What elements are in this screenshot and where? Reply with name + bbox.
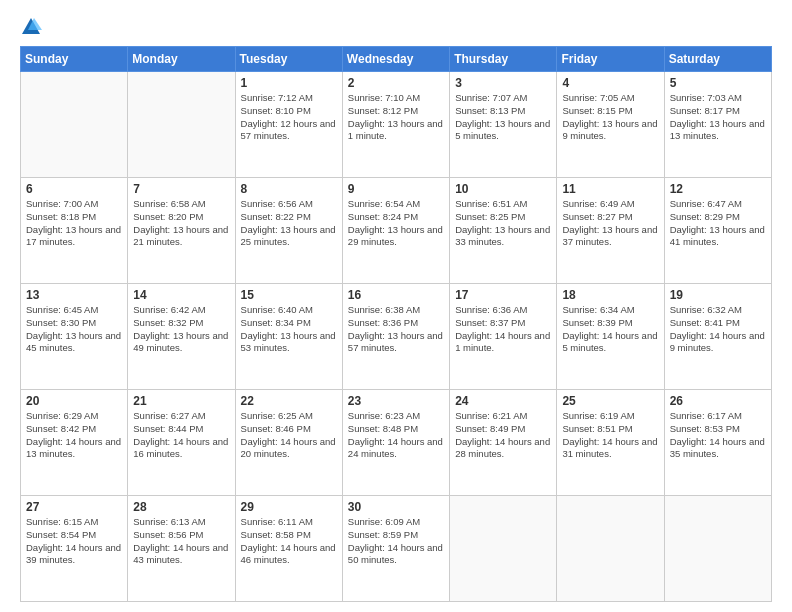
calendar-cell: 10Sunrise: 6:51 AM Sunset: 8:25 PM Dayli… (450, 178, 557, 284)
day-info: Sunrise: 6:15 AM Sunset: 8:54 PM Dayligh… (26, 516, 122, 567)
calendar-cell: 2Sunrise: 7:10 AM Sunset: 8:12 PM Daylig… (342, 72, 449, 178)
calendar-cell (128, 72, 235, 178)
day-info: Sunrise: 7:10 AM Sunset: 8:12 PM Dayligh… (348, 92, 444, 143)
day-number: 19 (670, 288, 766, 302)
day-number: 7 (133, 182, 229, 196)
weekday-header: Monday (128, 47, 235, 72)
day-info: Sunrise: 6:45 AM Sunset: 8:30 PM Dayligh… (26, 304, 122, 355)
calendar-cell: 28Sunrise: 6:13 AM Sunset: 8:56 PM Dayli… (128, 496, 235, 602)
day-info: Sunrise: 6:54 AM Sunset: 8:24 PM Dayligh… (348, 198, 444, 249)
day-info: Sunrise: 7:12 AM Sunset: 8:10 PM Dayligh… (241, 92, 337, 143)
day-number: 17 (455, 288, 551, 302)
logo-icon (20, 16, 42, 38)
calendar-cell: 22Sunrise: 6:25 AM Sunset: 8:46 PM Dayli… (235, 390, 342, 496)
day-info: Sunrise: 6:32 AM Sunset: 8:41 PM Dayligh… (670, 304, 766, 355)
weekday-header: Saturday (664, 47, 771, 72)
day-number: 25 (562, 394, 658, 408)
weekday-row: SundayMondayTuesdayWednesdayThursdayFrid… (21, 47, 772, 72)
day-info: Sunrise: 6:34 AM Sunset: 8:39 PM Dayligh… (562, 304, 658, 355)
calendar-cell: 15Sunrise: 6:40 AM Sunset: 8:34 PM Dayli… (235, 284, 342, 390)
day-number: 18 (562, 288, 658, 302)
calendar-cell: 26Sunrise: 6:17 AM Sunset: 8:53 PM Dayli… (664, 390, 771, 496)
calendar-cell: 19Sunrise: 6:32 AM Sunset: 8:41 PM Dayli… (664, 284, 771, 390)
day-info: Sunrise: 6:19 AM Sunset: 8:51 PM Dayligh… (562, 410, 658, 461)
day-info: Sunrise: 6:40 AM Sunset: 8:34 PM Dayligh… (241, 304, 337, 355)
day-info: Sunrise: 6:49 AM Sunset: 8:27 PM Dayligh… (562, 198, 658, 249)
day-info: Sunrise: 6:23 AM Sunset: 8:48 PM Dayligh… (348, 410, 444, 461)
day-number: 6 (26, 182, 122, 196)
day-info: Sunrise: 6:36 AM Sunset: 8:37 PM Dayligh… (455, 304, 551, 355)
calendar-cell: 7Sunrise: 6:58 AM Sunset: 8:20 PM Daylig… (128, 178, 235, 284)
calendar-cell: 14Sunrise: 6:42 AM Sunset: 8:32 PM Dayli… (128, 284, 235, 390)
calendar-cell: 13Sunrise: 6:45 AM Sunset: 8:30 PM Dayli… (21, 284, 128, 390)
calendar-cell: 6Sunrise: 7:00 AM Sunset: 8:18 PM Daylig… (21, 178, 128, 284)
day-info: Sunrise: 6:09 AM Sunset: 8:59 PM Dayligh… (348, 516, 444, 567)
day-info: Sunrise: 6:58 AM Sunset: 8:20 PM Dayligh… (133, 198, 229, 249)
day-number: 5 (670, 76, 766, 90)
calendar-cell (557, 496, 664, 602)
calendar-cell (664, 496, 771, 602)
calendar-cell: 16Sunrise: 6:38 AM Sunset: 8:36 PM Dayli… (342, 284, 449, 390)
day-number: 28 (133, 500, 229, 514)
calendar-cell (21, 72, 128, 178)
weekday-header: Tuesday (235, 47, 342, 72)
day-number: 24 (455, 394, 551, 408)
calendar-cell: 8Sunrise: 6:56 AM Sunset: 8:22 PM Daylig… (235, 178, 342, 284)
day-number: 29 (241, 500, 337, 514)
calendar-cell: 24Sunrise: 6:21 AM Sunset: 8:49 PM Dayli… (450, 390, 557, 496)
weekday-header: Sunday (21, 47, 128, 72)
day-info: Sunrise: 6:56 AM Sunset: 8:22 PM Dayligh… (241, 198, 337, 249)
calendar-cell: 11Sunrise: 6:49 AM Sunset: 8:27 PM Dayli… (557, 178, 664, 284)
day-number: 20 (26, 394, 122, 408)
day-number: 14 (133, 288, 229, 302)
calendar-cell: 12Sunrise: 6:47 AM Sunset: 8:29 PM Dayli… (664, 178, 771, 284)
calendar-header: SundayMondayTuesdayWednesdayThursdayFrid… (21, 47, 772, 72)
day-info: Sunrise: 6:27 AM Sunset: 8:44 PM Dayligh… (133, 410, 229, 461)
calendar-cell (450, 496, 557, 602)
calendar-cell: 29Sunrise: 6:11 AM Sunset: 8:58 PM Dayli… (235, 496, 342, 602)
calendar-cell: 18Sunrise: 6:34 AM Sunset: 8:39 PM Dayli… (557, 284, 664, 390)
day-number: 11 (562, 182, 658, 196)
day-number: 4 (562, 76, 658, 90)
day-info: Sunrise: 7:05 AM Sunset: 8:15 PM Dayligh… (562, 92, 658, 143)
day-number: 2 (348, 76, 444, 90)
day-number: 3 (455, 76, 551, 90)
weekday-header: Thursday (450, 47, 557, 72)
day-info: Sunrise: 7:03 AM Sunset: 8:17 PM Dayligh… (670, 92, 766, 143)
calendar-week-row: 20Sunrise: 6:29 AM Sunset: 8:42 PM Dayli… (21, 390, 772, 496)
calendar-cell: 9Sunrise: 6:54 AM Sunset: 8:24 PM Daylig… (342, 178, 449, 284)
day-info: Sunrise: 6:13 AM Sunset: 8:56 PM Dayligh… (133, 516, 229, 567)
header (20, 16, 772, 38)
calendar-cell: 4Sunrise: 7:05 AM Sunset: 8:15 PM Daylig… (557, 72, 664, 178)
calendar-cell: 5Sunrise: 7:03 AM Sunset: 8:17 PM Daylig… (664, 72, 771, 178)
calendar-cell: 27Sunrise: 6:15 AM Sunset: 8:54 PM Dayli… (21, 496, 128, 602)
day-number: 8 (241, 182, 337, 196)
day-number: 22 (241, 394, 337, 408)
day-number: 1 (241, 76, 337, 90)
day-number: 26 (670, 394, 766, 408)
day-number: 12 (670, 182, 766, 196)
day-number: 15 (241, 288, 337, 302)
day-number: 16 (348, 288, 444, 302)
calendar-week-row: 27Sunrise: 6:15 AM Sunset: 8:54 PM Dayli… (21, 496, 772, 602)
day-number: 21 (133, 394, 229, 408)
calendar: SundayMondayTuesdayWednesdayThursdayFrid… (20, 46, 772, 602)
day-info: Sunrise: 6:21 AM Sunset: 8:49 PM Dayligh… (455, 410, 551, 461)
day-number: 9 (348, 182, 444, 196)
day-info: Sunrise: 6:38 AM Sunset: 8:36 PM Dayligh… (348, 304, 444, 355)
day-info: Sunrise: 6:51 AM Sunset: 8:25 PM Dayligh… (455, 198, 551, 249)
calendar-cell: 17Sunrise: 6:36 AM Sunset: 8:37 PM Dayli… (450, 284, 557, 390)
day-info: Sunrise: 6:17 AM Sunset: 8:53 PM Dayligh… (670, 410, 766, 461)
day-info: Sunrise: 7:00 AM Sunset: 8:18 PM Dayligh… (26, 198, 122, 249)
day-info: Sunrise: 6:29 AM Sunset: 8:42 PM Dayligh… (26, 410, 122, 461)
day-number: 23 (348, 394, 444, 408)
weekday-header: Friday (557, 47, 664, 72)
calendar-week-row: 1Sunrise: 7:12 AM Sunset: 8:10 PM Daylig… (21, 72, 772, 178)
day-info: Sunrise: 6:25 AM Sunset: 8:46 PM Dayligh… (241, 410, 337, 461)
day-info: Sunrise: 6:11 AM Sunset: 8:58 PM Dayligh… (241, 516, 337, 567)
calendar-cell: 21Sunrise: 6:27 AM Sunset: 8:44 PM Dayli… (128, 390, 235, 496)
day-number: 27 (26, 500, 122, 514)
calendar-cell: 20Sunrise: 6:29 AM Sunset: 8:42 PM Dayli… (21, 390, 128, 496)
calendar-cell: 30Sunrise: 6:09 AM Sunset: 8:59 PM Dayli… (342, 496, 449, 602)
calendar-cell: 23Sunrise: 6:23 AM Sunset: 8:48 PM Dayli… (342, 390, 449, 496)
